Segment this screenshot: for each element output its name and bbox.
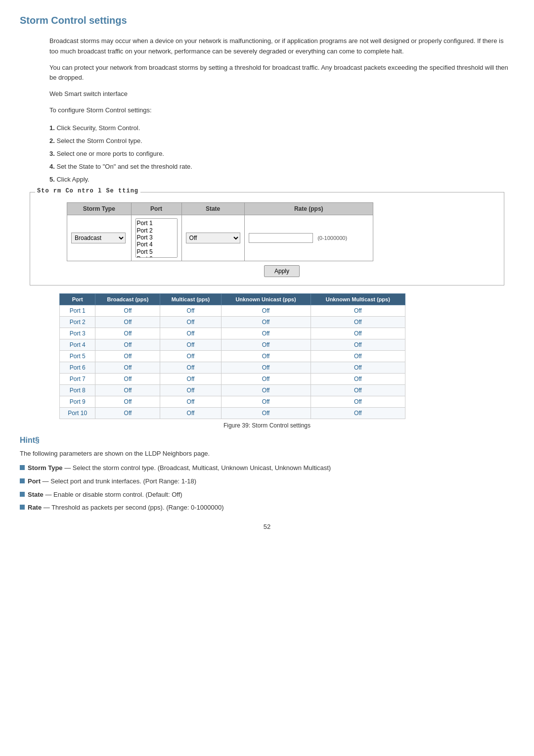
apply-button[interactable]: Apply (264, 265, 300, 277)
status-value-cell: Off (311, 408, 405, 419)
hint-intro: The following parameters are shown on th… (20, 449, 514, 459)
storm-type-select[interactable]: Broadcast Multicast Unknown Unicast Unkn… (71, 233, 126, 243)
col-storm-type: Storm Type (67, 203, 132, 215)
status-value-cell: Off (160, 396, 221, 408)
status-col-header: Multicast (pps) (160, 294, 221, 305)
status-col-header: Unknown Multicast (pps) (311, 294, 405, 305)
status-value-cell: Off (221, 317, 311, 328)
table-row: Port 9OffOffOffOff (60, 396, 405, 408)
port-name-cell: Port 6 (60, 362, 95, 374)
hint-item-text: Storm Type — Select the storm control ty… (28, 463, 331, 473)
state-select[interactable]: Off On (186, 233, 240, 243)
step-3: 3. Select one or more ports to configure… (49, 148, 514, 159)
storm-type-cell[interactable]: Broadcast Multicast Unknown Unicast Unkn… (67, 215, 132, 261)
status-col-header: Unknown Unicast (pps) (221, 294, 311, 305)
status-value-cell: Off (95, 362, 160, 374)
status-value-cell: Off (221, 385, 311, 396)
hint-item: Port — Select port and trunk interfaces.… (20, 476, 514, 487)
state-cell[interactable]: Off On (181, 215, 244, 261)
hint-items: Storm Type — Select the storm control ty… (20, 463, 514, 513)
intro-paragraph2: You can protect your network from broadc… (49, 63, 514, 84)
status-value-cell: Off (221, 305, 311, 317)
status-value-cell: Off (311, 317, 405, 328)
status-value-cell: Off (95, 374, 160, 385)
status-value-cell: Off (160, 362, 221, 374)
port-name-cell: Port 10 (60, 408, 95, 419)
form-area: Storm Type Port State Rate (pps) Broadca… (67, 202, 497, 278)
status-value-cell: Off (95, 328, 160, 339)
hint-item: Storm Type — Select the storm control ty… (20, 463, 514, 473)
col-state: State (181, 203, 244, 215)
status-value-cell: Off (160, 408, 221, 419)
step-5: 5. Click Apply. (49, 174, 514, 185)
status-value-cell: Off (311, 305, 405, 317)
status-value-cell: Off (311, 362, 405, 374)
status-value-cell: Off (311, 396, 405, 408)
table-row: Port 4OffOffOffOff (60, 339, 405, 351)
port-name-cell: Port 3 (60, 328, 95, 339)
port-name-cell: Port 9 (60, 396, 95, 408)
hint-label: Storm Type (28, 464, 63, 472)
port-select[interactable]: Port 1 Port 2 Port 3 Port 4 Port 5 Port … (135, 218, 178, 258)
hint-label: State (28, 491, 44, 498)
port-name-cell: Port 5 (60, 351, 95, 362)
steps-section: 1. Click Security, Storm Control. 2. Sel… (49, 123, 514, 185)
status-value-cell: Off (95, 408, 160, 419)
intro-paragraph4: To configure Storm Control settings: (49, 105, 514, 116)
status-value-cell: Off (160, 374, 221, 385)
step-1: 1. Click Security, Storm Control. (49, 123, 514, 134)
status-value-cell: Off (221, 328, 311, 339)
status-table: PortBroadcast (pps)Multicast (pps)Unknow… (59, 293, 405, 419)
status-value-cell: Off (160, 339, 221, 351)
table-row: Port 10OffOffOffOff (60, 408, 405, 419)
port-name-cell: Port 8 (60, 385, 95, 396)
page-title: Storm Control settings (20, 15, 514, 26)
status-value-cell: Off (311, 351, 405, 362)
hint-item: Rate — Threshold as packets per second (… (20, 503, 514, 513)
status-value-cell: Off (221, 374, 311, 385)
hint-item-text: Port — Select port and trunk interfaces.… (28, 476, 196, 487)
config-table: Storm Type Port State Rate (pps) Broadca… (67, 202, 373, 261)
rate-input[interactable] (249, 233, 313, 243)
hint-bullet-icon (20, 505, 25, 510)
status-value-cell: Off (311, 385, 405, 396)
status-value-cell: Off (95, 339, 160, 351)
status-value-cell: Off (95, 317, 160, 328)
status-value-cell: Off (160, 351, 221, 362)
hint-bullet-icon (20, 492, 25, 497)
status-value-cell: Off (221, 339, 311, 351)
status-value-cell: Off (311, 374, 405, 385)
step-2: 2. Select the Storm Control type. (49, 136, 514, 146)
table-row: Port 6OffOffOffOff (60, 362, 405, 374)
status-value-cell: Off (95, 351, 160, 362)
intro-paragraph1: Broadcast storms may occur when a device… (49, 36, 514, 57)
port-name-cell: Port 4 (60, 339, 95, 351)
table-row: Port 2OffOffOffOff (60, 317, 405, 328)
port-name-cell: Port 7 (60, 374, 95, 385)
status-value-cell: Off (221, 362, 311, 374)
intro-paragraph3: Web Smart switch interface (49, 89, 514, 99)
apply-row: Apply (67, 261, 497, 278)
status-value-cell: Off (95, 385, 160, 396)
status-value-cell: Off (95, 396, 160, 408)
rate-cell[interactable]: (0-1000000) (244, 215, 373, 261)
status-value-cell: Off (221, 396, 311, 408)
status-col-header: Port (60, 294, 95, 305)
status-value-cell: Off (311, 328, 405, 339)
hint-section: Hint§ The following parameters are shown… (20, 436, 514, 513)
status-table-wrap: PortBroadcast (pps)Multicast (pps)Unknow… (59, 293, 504, 419)
hint-item-text: Rate — Threshold as packets per second (… (28, 503, 224, 513)
col-port: Port (131, 203, 181, 215)
rate-hint: (0-1000000) (317, 235, 347, 241)
port-cell[interactable]: Port 1 Port 2 Port 3 Port 4 Port 5 Port … (131, 215, 181, 261)
hint-bullet-icon (20, 465, 25, 470)
port-name-cell: Port 1 (60, 305, 95, 317)
hint-label: Rate (28, 504, 42, 511)
col-rate: Rate (pps) (244, 203, 373, 215)
hint-item-text: State — Enable or disable storm control.… (28, 490, 182, 500)
table-row: Port 1OffOffOffOff (60, 305, 405, 317)
status-value-cell: Off (160, 305, 221, 317)
storm-control-setting-box: Sto rm Co ntro l Se tting Storm Type Por… (30, 192, 504, 285)
box-title-label: Sto rm Co ntro l Se tting (35, 188, 140, 194)
hint-title: Hint§ (20, 436, 514, 445)
